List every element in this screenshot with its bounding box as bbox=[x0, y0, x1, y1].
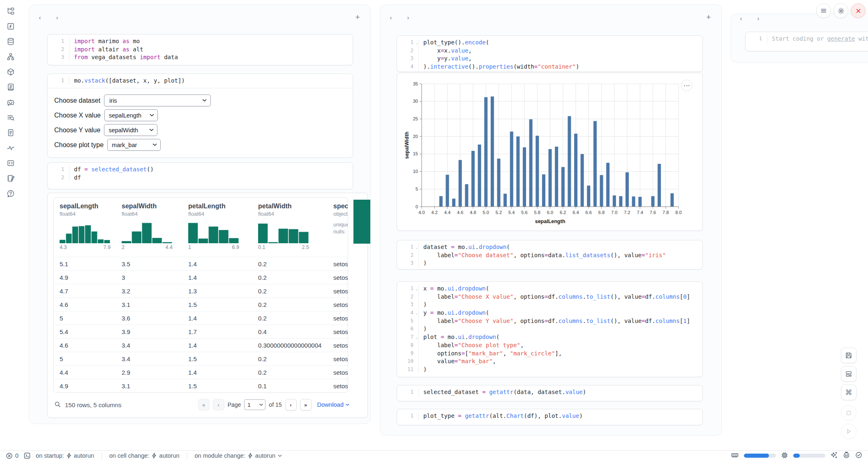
chevron-right-icon[interactable]: › bbox=[54, 14, 60, 21]
memory-usage-bar bbox=[744, 454, 776, 458]
column-header-species[interactable]: speciesobjectunique:nulls: bbox=[333, 203, 348, 235]
add-cell-icon[interactable]: + bbox=[354, 14, 361, 21]
code-cell-imports[interactable]: 1import marimo as mo2import altair as al… bbox=[47, 34, 353, 65]
table-row[interactable]: 4.931.40.2setosa bbox=[54, 270, 348, 284]
bar-chart[interactable]: 4.04.24.44.64.85.05.25.45.65.86.06.26.46… bbox=[397, 73, 702, 230]
search-icon[interactable] bbox=[54, 401, 61, 409]
column-header-sepalLength[interactable]: sepalLengthfloat644.37.9 bbox=[60, 203, 111, 250]
column-header-sepalWidth[interactable]: sepalWidthfloat6424.4 bbox=[122, 203, 173, 250]
fold-chevron-icon[interactable]: ⌄ bbox=[416, 309, 418, 318]
code-cell-vstack[interactable]: 1mo.vstack([dataset, x, y, plot]) Choose… bbox=[47, 74, 353, 158]
choose-y-value-select[interactable]: sepalWidth bbox=[104, 124, 157, 136]
column-header-petalLength[interactable]: petalLengthfloat6416.9 bbox=[188, 203, 239, 250]
status-check-icon[interactable] bbox=[855, 452, 862, 460]
fold-chevron-icon[interactable]: ⌄ bbox=[416, 285, 418, 293]
save-icon[interactable] bbox=[841, 348, 856, 363]
dependency-graph-icon[interactable] bbox=[6, 52, 15, 61]
choose-dataset-select[interactable]: iris bbox=[104, 95, 211, 106]
choose-plot-type-select[interactable]: mark_bar bbox=[107, 139, 161, 151]
table-row[interactable]: 4.63.41.40.30000000000000004setosa bbox=[54, 338, 348, 352]
svg-text:15: 15 bbox=[413, 151, 418, 156]
documentation-icon[interactable] bbox=[6, 83, 15, 92]
table-row[interactable]: 4.63.11.50.2setosa bbox=[54, 297, 348, 311]
code-text: value="mark_bar", bbox=[418, 357, 496, 366]
chart-actions-menu-icon[interactable] bbox=[681, 80, 693, 91]
svg-text:4.0: 4.0 bbox=[418, 210, 425, 215]
code-cell-plot-type[interactable]: 1plot_type = getattr(alt.Chart(df), plot… bbox=[397, 409, 703, 425]
next-page-button[interactable]: › bbox=[285, 399, 297, 410]
on-startup-setting[interactable]: on startup: autorun bbox=[36, 452, 94, 459]
command-icon[interactable]: ⌘ bbox=[841, 385, 856, 400]
chevron-right-icon[interactable]: › bbox=[405, 14, 411, 21]
code-line: 10 value="mark_bar", bbox=[397, 357, 702, 366]
chevron-left-icon[interactable]: ‹ bbox=[738, 15, 744, 22]
run-icon[interactable] bbox=[841, 424, 856, 439]
last-page-button[interactable]: » bbox=[300, 399, 312, 410]
terminal-icon[interactable] bbox=[23, 452, 31, 459]
tracing-icon[interactable] bbox=[6, 143, 15, 152]
error-count-icon bbox=[6, 452, 13, 459]
code-line: 4).interactive().properties(width="conta… bbox=[397, 63, 702, 71]
table-row[interactable]: 5.43.91.70.4setosa bbox=[54, 325, 348, 338]
choose-x-value-select[interactable]: sepalLength bbox=[104, 109, 158, 121]
menu-icon[interactable] bbox=[816, 3, 831, 18]
table-cell: 3 bbox=[122, 274, 125, 281]
line-number: 10 bbox=[397, 357, 418, 366]
error-count[interactable]: 0 bbox=[6, 452, 18, 459]
table-row[interactable]: 53.41.50.2setosa bbox=[54, 352, 348, 365]
row-count-summary: 150 rows, 5 columns bbox=[65, 401, 122, 408]
code-placeholder[interactable]: Start coding or generate with bbox=[767, 35, 868, 43]
svg-text:4.4: 4.4 bbox=[444, 210, 450, 215]
gear-icon[interactable] bbox=[833, 3, 848, 18]
download-button[interactable]: Download bbox=[317, 401, 350, 408]
dropdown-row: Choose plot typemark_bar bbox=[54, 138, 353, 152]
assistant-icon[interactable] bbox=[843, 452, 850, 460]
chevron-left-icon[interactable]: ‹ bbox=[388, 14, 394, 21]
table-row[interactable]: 5.13.51.40.2setosa bbox=[54, 257, 348, 270]
fold-chevron-icon[interactable]: ⌄ bbox=[416, 39, 418, 47]
layout-icon[interactable] bbox=[841, 366, 856, 382]
fold-chevron-icon[interactable]: ⌄ bbox=[416, 244, 418, 252]
on-module-change-setting[interactable]: on module change: autorun bbox=[195, 452, 282, 459]
table-cell: 5 bbox=[60, 355, 63, 362]
fold-chevron-icon[interactable]: ⌄ bbox=[416, 334, 418, 342]
empty-code-cell[interactable]: 1 Start coding or generate with bbox=[745, 32, 868, 51]
scratchpad-icon[interactable] bbox=[6, 174, 15, 183]
help-icon[interactable] bbox=[6, 189, 15, 198]
code-cell-df[interactable]: 1df = selected_dataset()2df bbox=[47, 162, 353, 189]
on-cell-change-setting[interactable]: on cell change: autorun bbox=[109, 452, 180, 459]
code-cell-dataset[interactable]: 1⌄dataset = mo.ui.dropdown(2 label="Choo… bbox=[397, 240, 703, 270]
page-select[interactable]: 1 bbox=[244, 399, 265, 410]
table-row[interactable]: 4.93.11.50.1setosa bbox=[54, 379, 348, 392]
add-cell-icon[interactable]: + bbox=[705, 14, 712, 21]
functions-icon[interactable] bbox=[6, 22, 15, 31]
table-row[interactable]: 4.73.21.30.2setosa bbox=[54, 284, 348, 297]
table-row[interactable]: 53.61.40.2setosa bbox=[54, 311, 348, 325]
code-cell-xyplot[interactable]: 1⌄x = mo.ui.dropdown(2 label="Choose X v… bbox=[397, 281, 703, 377]
close-icon[interactable] bbox=[851, 3, 866, 18]
chevron-right-icon[interactable]: › bbox=[755, 15, 762, 22]
code-cell-selected-dataset[interactable]: 1selected_dataset = getattr(data, datase… bbox=[397, 385, 703, 401]
table-row[interactable]: 4.42.91.40.2setosa bbox=[54, 365, 348, 379]
generate-link[interactable]: generate bbox=[827, 35, 855, 42]
table-cell: setosa bbox=[333, 342, 348, 349]
code-cell-plot[interactable]: 1⌄plot_type().encode(2 x=x.value,3 y=y.v… bbox=[397, 35, 703, 72]
first-page-button[interactable]: « bbox=[198, 399, 210, 410]
stop-icon[interactable] bbox=[841, 405, 856, 421]
dropdown-label: Choose plot type bbox=[54, 141, 104, 149]
logs-icon[interactable] bbox=[6, 113, 15, 122]
species-category-bar bbox=[353, 200, 371, 244]
packages-icon[interactable] bbox=[6, 67, 15, 76]
column-header-petalWidth[interactable]: petalWidthfloat640.12.5 bbox=[258, 203, 309, 250]
datasources-icon[interactable] bbox=[6, 37, 15, 46]
snippets-icon[interactable] bbox=[6, 159, 15, 168]
code-line: 2import altair as alt bbox=[48, 46, 353, 54]
prev-page-button[interactable]: ‹ bbox=[213, 399, 224, 410]
ai-chat-icon[interactable] bbox=[6, 98, 15, 107]
ai-sparkle-icon[interactable] bbox=[831, 452, 838, 460]
chevron-left-icon[interactable]: ‹ bbox=[37, 14, 43, 21]
svg-text:20: 20 bbox=[413, 134, 418, 139]
line-number: 1⌄ bbox=[397, 285, 418, 293]
notes-icon[interactable] bbox=[6, 128, 15, 137]
file-tree-icon[interactable] bbox=[6, 7, 15, 16]
